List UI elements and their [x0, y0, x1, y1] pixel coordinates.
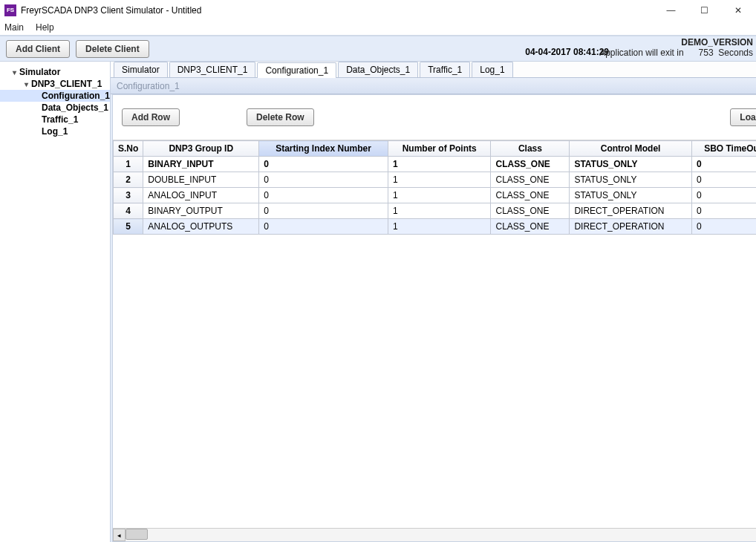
table-cell[interactable]: CLASS_ONE [491, 219, 570, 235]
table-cell[interactable]: 1 [388, 219, 491, 235]
chevron-down-icon: ▾ [9, 68, 19, 76]
table-cell[interactable]: 0 [259, 203, 388, 219]
horizontal-scrollbar[interactable]: ◂ ▸ [113, 528, 756, 541]
menu-main[interactable]: Main [4, 22, 24, 33]
title-bar: FS FreyrSCADA DNP3 Client Simulator - Un… [0, 0, 756, 20]
app-icon: FS [4, 4, 16, 16]
exit-unit: Seconds [718, 48, 753, 58]
exit-prefix: Application will exit in [599, 48, 683, 58]
menu-help[interactable]: Help [36, 22, 54, 33]
tree-item-label: Traffic_1 [42, 114, 78, 125]
table-cell[interactable]: BINARY_INPUT [143, 157, 259, 172]
scroll-thumb[interactable] [126, 529, 148, 540]
table-cell[interactable]: CLASS_ONE [491, 157, 570, 172]
config-table: S.NoDNP3 Group IDStarting Index NumberNu… [113, 140, 756, 235]
table-row[interactable]: 5ANALOG_OUTPUTS01CLASS_ONEDIRECT_OPERATI… [114, 219, 757, 235]
tree-client[interactable]: ▾ DNP3_CLIENT_1 [0, 78, 110, 90]
scroll-left-arrow[interactable]: ◂ [113, 529, 126, 541]
table-cell[interactable]: 0 [259, 219, 388, 235]
table-cell[interactable]: BINARY_OUTPUT [143, 203, 259, 219]
table-cell[interactable]: CLASS_ONE [491, 188, 570, 203]
table-cell[interactable]: 0 [259, 188, 388, 203]
table-cell[interactable]: 4 [114, 203, 143, 219]
timestamp: 04-04-2017 08:41:29 [525, 47, 609, 57]
tree-client-label: DNP3_CLIENT_1 [31, 79, 102, 89]
column-header[interactable]: DNP3 Group ID [143, 141, 259, 157]
table-cell[interactable]: 1 [114, 157, 143, 172]
window-title: FreyrSCADA DNP3 Client Simulator - Untit… [21, 5, 654, 16]
tree-item-label: Configuration_1 [42, 91, 110, 101]
scroll-track[interactable] [126, 529, 756, 541]
table-row[interactable]: 2DOUBLE_INPUT01CLASS_ONESTATUS_ONLY00 [114, 172, 757, 188]
tree-item-label: Log_1 [42, 126, 68, 137]
tree-root-label: Simulator [19, 67, 60, 77]
tree-root[interactable]: ▾ Simulator [0, 66, 110, 78]
table-cell[interactable]: 3 [114, 188, 143, 203]
column-header[interactable]: Number of Points [388, 141, 491, 157]
load-configuration-button[interactable]: Load Configuration [730, 108, 756, 126]
table-cell[interactable]: 1 [388, 172, 491, 188]
exit-countdown: Application will exit in 753 Seconds [599, 48, 753, 58]
tab-simulator[interactable]: Simulator [114, 62, 168, 77]
tab-configuration_1[interactable]: Configuration_1 [257, 62, 336, 78]
delete-client-button[interactable]: Delete Client [76, 40, 149, 58]
table-cell[interactable]: 1 [388, 157, 491, 172]
table-cell[interactable]: CLASS_ONE [491, 203, 570, 219]
table-cell[interactable]: 2 [114, 172, 143, 188]
panel-body: Add Row Delete Row Load Configuration S.… [112, 94, 756, 542]
table-cell[interactable]: DOUBLE_INPUT [143, 172, 259, 188]
table-cell[interactable]: 5 [114, 219, 143, 235]
add-row-button[interactable]: Add Row [122, 108, 180, 126]
menu-bar: Main Help [0, 20, 756, 36]
column-header[interactable]: Starting Index Number [259, 141, 388, 157]
action-row: Add Row Delete Row Load Configuration [113, 95, 756, 140]
delete-row-button[interactable]: Delete Row [247, 108, 314, 126]
table-row[interactable]: 4BINARY_OUTPUT01CLASS_ONEDIRECT_OPERATIO… [114, 203, 757, 219]
tab-dnp3_client_1[interactable]: DNP3_CLIENT_1 [169, 62, 256, 77]
table-row[interactable]: 3ANALOG_INPUT01CLASS_ONESTATUS_ONLY00 [114, 188, 757, 203]
column-header[interactable]: Control Model [570, 141, 691, 157]
tab-log_1[interactable]: Log_1 [472, 62, 512, 77]
main-area: ▾ Simulator ▾ DNP3_CLIENT_1 Configuratio… [0, 62, 756, 542]
table-cell[interactable]: STATUS_ONLY [570, 172, 691, 188]
chevron-down-icon: ▾ [21, 80, 31, 88]
tree-item-label: Data_Objects_1 [42, 102, 108, 113]
panel-header: Configuration_1 [111, 78, 756, 94]
table-cell[interactable]: 0 [691, 219, 756, 235]
tree-item-data_objects_1[interactable]: Data_Objects_1 [0, 102, 110, 114]
tab-data_objects_1[interactable]: Data_Objects_1 [338, 62, 418, 77]
table-cell[interactable]: CLASS_ONE [491, 172, 570, 188]
table-row[interactable]: 1BINARY_INPUT01CLASS_ONESTATUS_ONLY00 [114, 157, 757, 172]
table-cell[interactable]: 0 [691, 203, 756, 219]
tab-traffic_1[interactable]: Traffic_1 [420, 62, 470, 77]
tree-item-configuration_1[interactable]: Configuration_1 [0, 90, 110, 102]
tree-item-traffic_1[interactable]: Traffic_1 [0, 114, 110, 125]
column-header[interactable]: Class [491, 141, 570, 157]
exit-seconds: 753 [699, 48, 714, 58]
tab-bar: SimulatorDNP3_CLIENT_1Configuration_1Dat… [111, 62, 756, 78]
table-cell[interactable]: 0 [691, 188, 756, 203]
table-cell[interactable]: 0 [259, 172, 388, 188]
minimize-button[interactable]: — [654, 1, 688, 20]
maximize-button[interactable]: ☐ [688, 1, 721, 20]
close-button[interactable]: ✕ [721, 1, 755, 20]
grid-wrapper[interactable]: S.NoDNP3 Group IDStarting Index NumberNu… [113, 140, 756, 528]
table-cell[interactable]: 0 [691, 157, 756, 172]
table-cell[interactable]: STATUS_ONLY [570, 157, 691, 172]
table-cell[interactable]: ANALOG_INPUT [143, 188, 259, 203]
toolbar: Add Client Delete Client 04-04-2017 08:4… [0, 36, 756, 62]
column-header[interactable]: SBO TimeOut [691, 141, 756, 157]
table-cell[interactable]: DIRECT_OPERATION [570, 219, 691, 235]
status-area: DEMO_VERSION Application will exit in 75… [599, 37, 753, 58]
table-cell[interactable]: ANALOG_OUTPUTS [143, 219, 259, 235]
sidebar: ▾ Simulator ▾ DNP3_CLIENT_1 Configuratio… [0, 62, 111, 542]
add-client-button[interactable]: Add Client [6, 40, 70, 58]
table-cell[interactable]: 1 [388, 203, 491, 219]
table-cell[interactable]: 0 [259, 157, 388, 172]
table-cell[interactable]: DIRECT_OPERATION [570, 203, 691, 219]
table-cell[interactable]: STATUS_ONLY [570, 188, 691, 203]
column-header[interactable]: S.No [114, 141, 143, 157]
table-cell[interactable]: 0 [691, 172, 756, 188]
table-cell[interactable]: 1 [388, 188, 491, 203]
tree-item-log_1[interactable]: Log_1 [0, 125, 110, 137]
